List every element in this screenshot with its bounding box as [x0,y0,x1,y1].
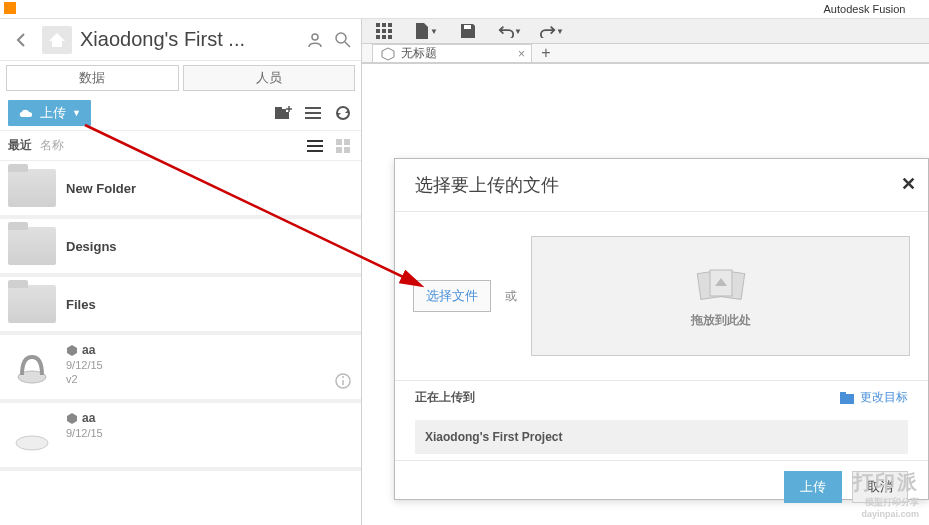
title-bar: Autodesk Fusion [0,0,929,18]
design-item[interactable]: aa 9/12/15 v2 [0,335,361,403]
refresh-icon[interactable] [333,103,353,123]
folder-row[interactable]: Files [0,277,361,335]
svg-rect-30 [382,29,386,33]
watermark: 打印派 模型打印分享 dayinpai.com [853,469,919,519]
svg-rect-20 [344,147,350,153]
watermark-url: dayinpai.com [861,509,919,519]
cube-icon [66,412,78,424]
project-title: Xiaodong's First ... [80,28,297,51]
svg-rect-55 [840,392,846,395]
document-tab[interactable]: 无标题 × [372,44,532,62]
grid-view-icon[interactable] [333,136,353,156]
folder-icon [8,169,56,207]
svg-rect-5 [275,107,282,110]
tab-data[interactable]: 数据 [6,65,179,91]
watermark-sub: 模型打印分享 [865,496,919,509]
sort-recent[interactable]: 最近 [8,137,32,154]
item-thumbnail [8,343,56,391]
close-icon[interactable]: ✕ [901,173,916,195]
svg-rect-27 [382,23,386,27]
folder-row[interactable]: New Folder [0,161,361,219]
folder-name: Files [66,297,353,312]
data-panel: Xiaodong's First ... 数据 人员 上传 ▼ [0,19,362,525]
item-name-label: aa [82,343,95,357]
home-icon-button[interactable] [42,26,72,54]
svg-rect-28 [388,23,392,27]
undo-icon[interactable]: ▼ [498,19,522,43]
upload-confirm-button[interactable]: 上传 [784,471,842,503]
file-menu-icon[interactable]: ▼ [414,19,438,43]
redo-icon[interactable]: ▼ [540,19,564,43]
ribbon-assemble[interactable]: 装配 ▼ [572,63,632,64]
select-file-button[interactable]: 选择文件 [413,280,491,312]
ribbon-sketch[interactable]: 草图 ▼ [632,63,692,64]
svg-rect-34 [388,35,392,39]
svg-rect-26 [376,23,380,27]
save-icon[interactable] [456,19,480,43]
chevron-down-icon: ▼ [72,108,81,118]
item-version: v2 [66,373,325,385]
folder-change-icon [840,392,856,404]
ribbon: 模型 ▼ Txt 创建 ▼ 修改 ▼ 装配 ▼ 草图 ▼ [362,63,929,64]
files-icon [693,264,749,304]
upload-button[interactable]: 上传 ▼ [8,100,91,126]
change-target-link[interactable]: 更改目标 [840,389,908,406]
svg-point-25 [16,436,48,450]
svg-point-1 [312,34,318,40]
cube-icon [66,344,78,356]
add-tab-icon[interactable]: + [532,44,560,62]
ribbon-inspect[interactable]: 检验 ▼ [752,63,812,64]
item-thumbnail [8,411,56,459]
svg-rect-18 [344,139,350,145]
svg-line-3 [345,42,350,47]
svg-rect-19 [336,147,342,153]
folder-icon [8,285,56,323]
svg-rect-35 [464,25,471,29]
cube-icon [381,47,395,61]
dialog-title: 选择要上传的文件 [415,175,559,195]
destination-path: Xiaodong's First Project [415,420,908,454]
design-item[interactable]: aa 9/12/15 [0,403,361,471]
new-folder-icon[interactable] [273,103,293,123]
cloud-upload-icon [18,107,34,119]
watermark-brand: 打印派 [853,469,919,496]
sort-name[interactable]: 名称 [40,137,64,154]
uploading-to-label: 正在上传到 [415,389,475,406]
upload-dialog: 选择要上传的文件 ✕ 选择文件 或 拖放到此处 正在上传到 更改目标 Xiaod… [394,158,929,500]
people-icon[interactable] [305,30,325,50]
svg-rect-29 [376,29,380,33]
or-label: 或 [505,288,517,305]
settings-icon[interactable] [303,103,323,123]
close-icon[interactable]: × [518,47,525,61]
doc-tab-title: 无标题 [401,45,437,62]
svg-rect-31 [388,29,392,33]
ribbon-model[interactable]: 模型 ▼ [372,63,432,64]
back-button[interactable] [8,27,34,53]
svg-rect-17 [336,139,342,145]
grid-menu-icon[interactable] [372,19,396,43]
svg-point-2 [336,33,346,43]
item-date: 9/12/15 [66,427,353,439]
svg-point-23 [342,376,344,378]
folder-row[interactable]: Designs [0,219,361,277]
svg-rect-33 [382,35,386,39]
svg-rect-54 [840,394,854,404]
drop-zone[interactable]: 拖放到此处 [531,236,910,356]
info-icon[interactable] [335,373,353,391]
ribbon-create[interactable]: Txt 创建 ▼ [452,63,512,64]
folder-name: New Folder [66,181,353,196]
ribbon-construct[interactable]: 构造 ▼ [692,63,752,64]
item-name-label: aa [82,411,95,425]
item-date: 9/12/15 [66,359,325,371]
tab-people[interactable]: 人员 [183,65,356,91]
folder-name: Designs [66,239,353,254]
app-title: Autodesk Fusion [824,3,906,15]
upload-button-label: 上传 [40,104,66,122]
folder-icon [8,227,56,265]
ribbon-modify[interactable]: 修改 ▼ [512,63,572,64]
app-icon [4,2,16,14]
svg-rect-32 [376,35,380,39]
main-toolbar: ▼ ▼ ▼ [362,19,929,44]
list-view-icon[interactable] [305,136,325,156]
search-icon[interactable] [333,30,353,50]
